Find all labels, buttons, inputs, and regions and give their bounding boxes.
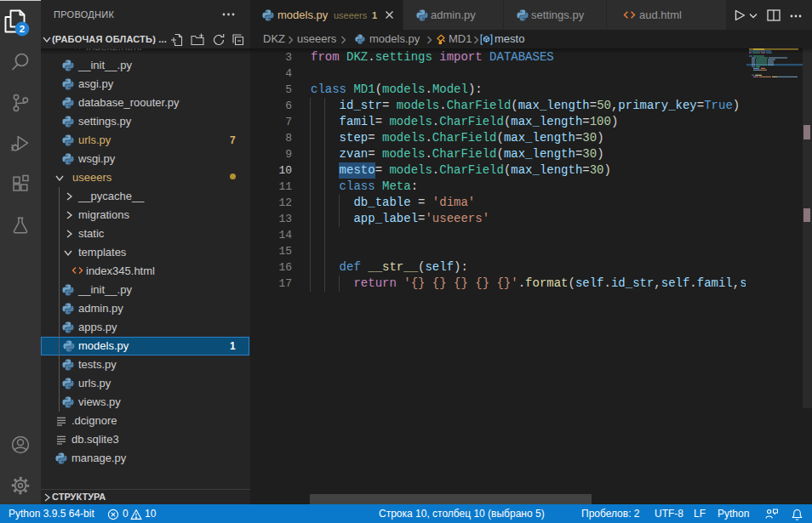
svg-text:2: 2 <box>20 24 25 34</box>
